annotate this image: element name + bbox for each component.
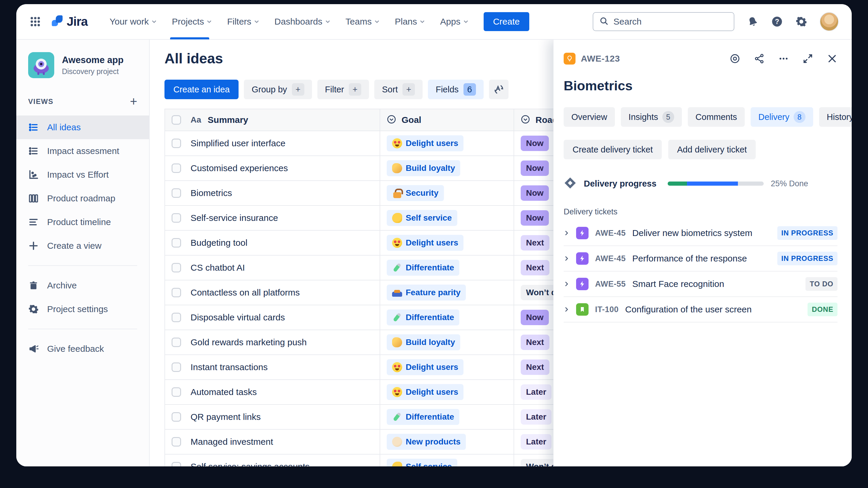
nav-item-dashboards[interactable]: Dashboards (267, 4, 338, 39)
nav-item-apps[interactable]: Apps (432, 4, 476, 39)
goal-pill[interactable]: New products (387, 434, 466, 450)
row-checkbox[interactable] (172, 462, 181, 466)
roadmap-pill[interactable]: Now (521, 136, 549, 151)
group-by-button[interactable]: Group by+ (244, 80, 312, 99)
goal-pill[interactable]: Delight users (387, 359, 464, 375)
goal-column-header[interactable]: Goal (402, 115, 422, 125)
create-button[interactable]: Create (484, 12, 529, 31)
select-all-checkbox[interactable] (172, 115, 181, 125)
summary-column-header[interactable]: Summary (208, 115, 248, 125)
jira-logo[interactable]: Jira (50, 14, 88, 29)
row-checkbox[interactable] (172, 263, 181, 272)
user-avatar[interactable] (820, 12, 839, 31)
roadmap-pill[interactable]: Next (521, 335, 550, 350)
goal-pill[interactable]: Delight users (387, 384, 464, 400)
roadmap-pill[interactable]: Next (521, 235, 550, 251)
status-badge: TO DO (805, 277, 837, 291)
nav-item-your-work[interactable]: Your work (102, 4, 164, 39)
nav-item-filters[interactable]: Filters (219, 4, 267, 39)
nav-item-plans[interactable]: Plans (387, 4, 432, 39)
app-switcher-icon[interactable] (29, 16, 41, 28)
global-search[interactable] (593, 12, 734, 31)
sort-button[interactable]: Sort+ (374, 80, 423, 99)
sidebar-item-impact-assesment[interactable]: Impact assesment (16, 139, 149, 163)
row-checkbox[interactable] (172, 412, 181, 422)
sidebar-item-give-feedback[interactable]: Give feedback (16, 337, 149, 361)
sidebar-item-project-settings[interactable]: Project settings (16, 297, 149, 321)
create-delivery-ticket-button[interactable]: Create delivery ticket (564, 140, 662, 159)
tab-history[interactable]: History (819, 107, 852, 127)
sidebar-item-product-timeline[interactable]: Product timeline (16, 210, 149, 234)
goal-pill[interactable]: Feature parity (387, 285, 466, 300)
roadmap-pill[interactable]: Now (521, 210, 549, 226)
roadmap-pill[interactable]: Now (521, 310, 549, 325)
share-icon[interactable] (754, 53, 765, 64)
row-checkbox[interactable] (172, 362, 181, 372)
roadmap-pill[interactable]: Next (521, 359, 550, 375)
tab-insights[interactable]: Insights5 (621, 107, 682, 127)
filter-button[interactable]: Filter+ (317, 80, 369, 99)
sidebar-item-archive[interactable]: Archive (16, 273, 149, 297)
row-checkbox[interactable] (172, 313, 181, 322)
insights-count-badge: 5 (662, 111, 674, 123)
roadmap-pill[interactable]: Later (521, 409, 552, 425)
row-checkbox[interactable] (172, 387, 181, 397)
tab-overview[interactable]: Overview (564, 107, 615, 127)
row-checkbox[interactable] (172, 138, 181, 148)
goal-pill[interactable]: Delight users (387, 135, 464, 151)
goal-pill[interactable]: Self service (387, 210, 457, 226)
close-icon[interactable] (827, 53, 837, 64)
row-checkbox[interactable] (172, 213, 181, 223)
tab-delivery[interactable]: Delivery8 (751, 107, 813, 127)
chevron-right-icon[interactable] (564, 281, 569, 287)
goal-pill[interactable]: Differentiate (387, 310, 459, 325)
chevron-right-icon[interactable] (564, 256, 569, 261)
fields-button[interactable]: Fields6 (428, 80, 483, 99)
notifications-icon[interactable] (747, 16, 758, 28)
translate-sort-icon[interactable] (489, 80, 508, 99)
row-checkbox[interactable] (172, 288, 181, 297)
more-icon[interactable] (778, 53, 789, 64)
watch-icon[interactable] (730, 53, 740, 64)
delivery-ticket-row[interactable]: IT-100 Configuration of the user screen … (564, 297, 837, 323)
tab-comments[interactable]: Comments (688, 107, 745, 127)
roadmap-pill[interactable]: Next (521, 260, 550, 275)
row-checkbox[interactable] (172, 238, 181, 248)
delivery-ticket-row[interactable]: AWE-45 Deliver new biometrics system IN … (564, 221, 837, 246)
project-header[interactable]: Awesome app Discovery project (16, 52, 149, 78)
row-checkbox[interactable] (172, 437, 181, 447)
row-checkbox[interactable] (172, 188, 181, 198)
goal-pill[interactable]: Delight users (387, 235, 464, 251)
goal-pill[interactable]: Self service (387, 459, 457, 466)
goal-pill[interactable]: Build loyalty (387, 334, 460, 350)
goal-pill[interactable]: Security (387, 185, 444, 201)
sidebar-item-impact-vs-effort[interactable]: Impact vs Effort (16, 163, 149, 187)
chevron-right-icon[interactable] (564, 230, 569, 236)
expand-icon[interactable] (803, 53, 813, 64)
search-input[interactable] (614, 17, 728, 27)
nav-item-teams[interactable]: Teams (338, 4, 387, 39)
sidebar-item-all-ideas[interactable]: All ideas (16, 116, 149, 139)
settings-icon[interactable] (796, 16, 807, 28)
goal-pill[interactable]: Differentiate (387, 260, 459, 276)
delivery-ticket-row[interactable]: AWE-55 Smart Face recognition TO DO (564, 271, 837, 297)
row-checkbox[interactable] (172, 337, 181, 347)
help-icon[interactable]: ? (771, 16, 783, 28)
roadmap-pill[interactable]: Now (521, 161, 549, 176)
roadmap-pill[interactable]: Now (521, 185, 549, 201)
sidebar-item-create-a-view[interactable]: Create a view (16, 234, 149, 258)
create-idea-button[interactable]: Create an idea (164, 80, 239, 99)
add-view-icon[interactable]: + (130, 95, 137, 108)
add-delivery-ticket-button[interactable]: Add delivery ticket (668, 140, 756, 159)
delivery-ticket-row[interactable]: AWE-45 Performance of the response IN PR… (564, 246, 837, 271)
delivery-diamond-icon (564, 176, 577, 191)
row-checkbox[interactable] (172, 163, 181, 173)
issue-key[interactable]: AWE-123 (581, 54, 620, 64)
goal-pill[interactable]: Differentiate (387, 409, 459, 425)
nav-item-projects[interactable]: Projects (164, 4, 219, 39)
goal-pill[interactable]: Build loyalty (387, 160, 460, 176)
sidebar-item-product-roadmap[interactable]: Product roadmap (16, 187, 149, 210)
chevron-right-icon[interactable] (564, 306, 569, 313)
roadmap-pill[interactable]: Later (521, 384, 552, 400)
roadmap-pill[interactable]: Later (521, 434, 552, 450)
